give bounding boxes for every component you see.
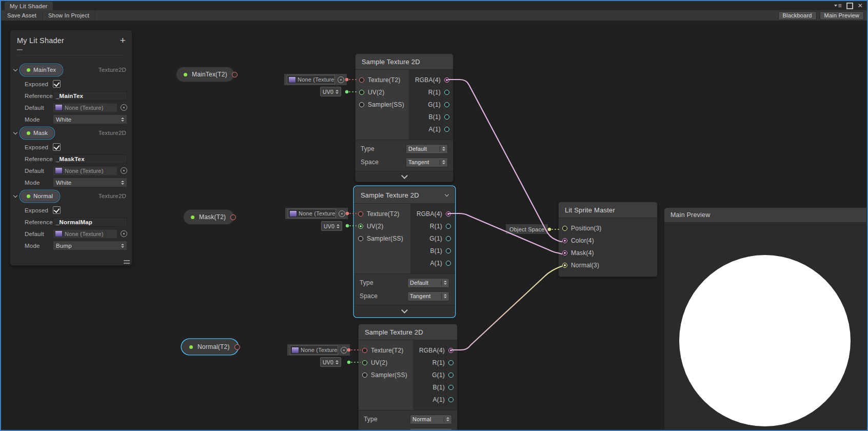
expand-chevron-icon[interactable]	[13, 67, 17, 71]
updown-arrows-icon	[121, 181, 124, 185]
texture-default-field[interactable]: None (Texture)	[287, 344, 350, 356]
rgba-output-port[interactable]	[448, 348, 453, 353]
uv-channel-dropdown[interactable]: UV0	[320, 357, 341, 367]
sampler-input-port[interactable]	[358, 236, 363, 241]
object-picker-icon[interactable]	[121, 230, 127, 237]
b-output-port[interactable]	[444, 114, 449, 120]
type-dropdown[interactable]: Default	[406, 144, 448, 154]
texture-thumb-icon	[55, 167, 63, 174]
maximize-icon[interactable]	[846, 3, 853, 9]
position-input-port[interactable]	[562, 226, 567, 231]
expand-chevron-icon[interactable]	[13, 130, 17, 134]
property-node-maintex[interactable]: MainTex(T2)	[176, 67, 234, 82]
exposed-checkbox[interactable]	[53, 143, 61, 151]
updown-arrows-icon	[442, 147, 445, 151]
g-output-port[interactable]	[446, 236, 451, 241]
node-header[interactable]: Lit Sprite Master	[559, 202, 657, 218]
mode-dropdown[interactable]: White	[53, 114, 127, 124]
sample-texture-2d-node-3[interactable]: Sample Texture 2D Texture(T2) UV(2) Samp…	[358, 324, 458, 431]
add-property-button[interactable]: +	[120, 36, 126, 45]
expand-chevron-icon[interactable]	[13, 193, 17, 198]
r-output-port[interactable]	[448, 360, 453, 365]
mode-dropdown[interactable]: Bump	[53, 241, 127, 250]
exposed-checkbox[interactable]	[53, 80, 61, 88]
space-dropdown[interactable]: Tangent	[410, 428, 452, 431]
object-picker-icon[interactable]	[339, 210, 345, 217]
property-pill-mask[interactable]: Mask	[20, 127, 54, 139]
rgba-output-port[interactable]	[444, 77, 449, 83]
node-header[interactable]: Sample Texture 2D	[354, 187, 455, 204]
main-preview-toggle-button[interactable]: Main Preview	[820, 11, 864, 20]
color-input-port[interactable]	[562, 238, 567, 243]
save-asset-button[interactable]: Save Asset	[1, 10, 43, 21]
reference-field[interactable]: _MainTex	[53, 91, 127, 101]
texture-input-port[interactable]	[362, 348, 367, 353]
node-header[interactable]: Sample Texture 2D	[356, 54, 453, 70]
window-menu-icon[interactable]: ≡	[834, 2, 842, 9]
sampler-input-port[interactable]	[362, 373, 367, 378]
g-output-port[interactable]	[444, 102, 449, 107]
texture-input-port[interactable]	[358, 211, 363, 217]
preview-sphere	[679, 255, 851, 426]
collapse-node-button[interactable]	[354, 305, 455, 317]
blackboard-toggle-button[interactable]: Blackboard	[778, 11, 817, 20]
title-bar: My Lit Shader ≡ ✕	[1, 1, 867, 10]
blackboard-property-maintex: MainTex Texture2D Exposed Reference _Mai…	[14, 63, 127, 125]
sample-texture-2d-node-1[interactable]: Sample Texture 2D Texture(T2) UV(2) Samp…	[355, 53, 453, 182]
mask-input-port[interactable]	[562, 250, 567, 256]
texture-default-field[interactable]: None (Texture)	[285, 208, 348, 219]
rgba-output-port[interactable]	[446, 211, 451, 217]
r-output-port[interactable]	[444, 90, 449, 95]
object-picker-icon[interactable]	[121, 104, 127, 111]
object-picker-icon[interactable]	[338, 76, 344, 83]
space-dropdown[interactable]: Tangent	[407, 291, 449, 301]
window-tab-label: My Lit Shader	[10, 3, 48, 9]
object-picker-icon[interactable]	[341, 347, 347, 354]
lit-sprite-master-node[interactable]: Lit Sprite Master Position(3) Color(4) M…	[558, 202, 658, 277]
reference-field[interactable]: _MaskTex	[53, 154, 127, 164]
preview-viewport[interactable]	[664, 223, 866, 429]
uv-input-port[interactable]	[362, 360, 367, 365]
default-texture-field[interactable]: None (Texture)	[53, 103, 117, 112]
texture-output-port[interactable]	[230, 214, 236, 220]
exposed-checkbox[interactable]	[53, 206, 61, 214]
window-tab[interactable]: My Lit Shader	[5, 2, 53, 10]
uv-channel-dropdown[interactable]: UV0	[320, 87, 341, 96]
mode-dropdown[interactable]: White	[53, 178, 127, 187]
uv-input-port[interactable]	[359, 90, 364, 95]
reference-field[interactable]: _NormalMap	[53, 218, 127, 227]
node-header[interactable]: Sample Texture 2D	[359, 324, 457, 340]
sample-texture-2d-node-2[interactable]: Sample Texture 2D Texture(T2) UV(2) Samp…	[354, 186, 455, 317]
type-dropdown[interactable]: Normal	[410, 415, 452, 424]
space-dropdown[interactable]: Tangent	[406, 158, 448, 167]
normal-input-port[interactable]	[562, 263, 567, 268]
show-in-project-button[interactable]: Show In Project	[43, 10, 95, 21]
chevron-down-icon[interactable]	[445, 192, 449, 197]
b-output-port[interactable]	[446, 248, 451, 253]
object-picker-icon[interactable]	[121, 167, 127, 174]
type-dropdown[interactable]: Default	[407, 278, 449, 288]
a-output-port[interactable]	[448, 397, 453, 402]
blackboard-subtitle-dash	[17, 49, 23, 50]
resize-handle[interactable]	[124, 260, 130, 264]
texture-output-port[interactable]	[232, 72, 238, 77]
property-pill-normal[interactable]: Normal	[20, 190, 60, 202]
default-texture-field[interactable]: None (Texture)	[53, 166, 117, 175]
g-output-port[interactable]	[448, 373, 453, 378]
texture-output-port[interactable]	[234, 344, 240, 350]
collapse-node-button[interactable]	[356, 171, 453, 182]
uv-input-port[interactable]	[358, 224, 363, 229]
r-output-port[interactable]	[446, 224, 451, 229]
sampler-input-port[interactable]	[359, 102, 364, 107]
property-pill-maintex[interactable]: MainTex	[20, 64, 63, 76]
close-icon[interactable]: ✕	[858, 2, 863, 9]
a-output-port[interactable]	[446, 261, 451, 266]
b-output-port[interactable]	[448, 385, 453, 390]
property-node-normal[interactable]: Normal(T2)	[182, 339, 238, 355]
uv-channel-dropdown[interactable]: UV0	[321, 221, 342, 231]
texture-default-field[interactable]: None (Texture)	[284, 74, 347, 85]
default-texture-field[interactable]: None (Texture)	[53, 229, 117, 239]
property-node-mask[interactable]: Mask(T2)	[183, 209, 234, 225]
a-output-port[interactable]	[444, 127, 449, 132]
texture-input-port[interactable]	[359, 77, 364, 83]
